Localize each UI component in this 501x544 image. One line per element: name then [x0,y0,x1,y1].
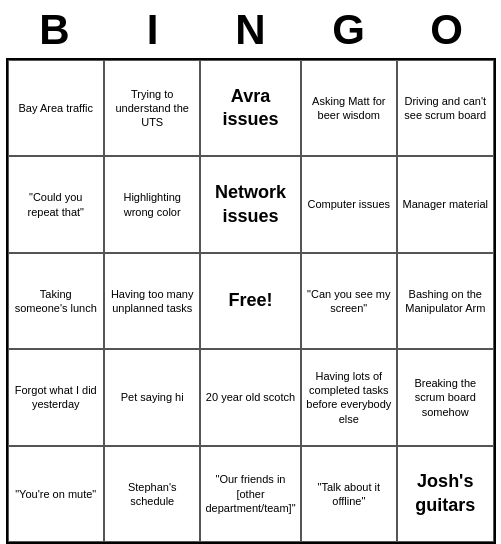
bingo-grid: Bay Area trafficTrying to understand the… [6,58,496,544]
bingo-cell-10[interactable]: Taking someone's lunch [8,253,104,349]
bingo-cell-3[interactable]: Asking Matt for beer wisdom [301,60,397,156]
bingo-cell-23[interactable]: "Talk about it offline" [301,446,397,542]
bingo-cell-4[interactable]: Driving and can't see scrum board [397,60,493,156]
bingo-cell-12[interactable]: Free! [200,253,300,349]
bingo-cell-17[interactable]: 20 year old scotch [200,349,300,445]
title-letter-g: G [319,6,379,54]
bingo-cell-19[interactable]: Breaking the scrum board somehow [397,349,493,445]
bingo-cell-22[interactable]: "Our friends in [other department/team]" [200,446,300,542]
title-letter-o: O [417,6,477,54]
title-letter-n: N [221,6,281,54]
bingo-cell-6[interactable]: Highlighting wrong color [104,156,200,252]
bingo-cell-2[interactable]: Avra issues [200,60,300,156]
bingo-cell-15[interactable]: Forgot what I did yesterday [8,349,104,445]
title-letter-i: I [123,6,183,54]
bingo-cell-21[interactable]: Stephan's schedule [104,446,200,542]
bingo-cell-7[interactable]: Network issues [200,156,300,252]
bingo-cell-16[interactable]: Pet saying hi [104,349,200,445]
bingo-cell-13[interactable]: "Can you see my screen" [301,253,397,349]
bingo-cell-14[interactable]: Bashing on the Manipulator Arm [397,253,493,349]
bingo-cell-18[interactable]: Having lots of completed tasks before ev… [301,349,397,445]
bingo-cell-5[interactable]: "Could you repeat that" [8,156,104,252]
title-letter-b: B [25,6,85,54]
bingo-cell-24[interactable]: Josh's guitars [397,446,493,542]
bingo-cell-11[interactable]: Having too many unplanned tasks [104,253,200,349]
bingo-cell-0[interactable]: Bay Area traffic [8,60,104,156]
bingo-cell-9[interactable]: Manager material [397,156,493,252]
bingo-cell-1[interactable]: Trying to understand the UTS [104,60,200,156]
bingo-cell-20[interactable]: "You're on mute" [8,446,104,542]
bingo-cell-8[interactable]: Computer issues [301,156,397,252]
bingo-title: BINGO [6,0,496,58]
